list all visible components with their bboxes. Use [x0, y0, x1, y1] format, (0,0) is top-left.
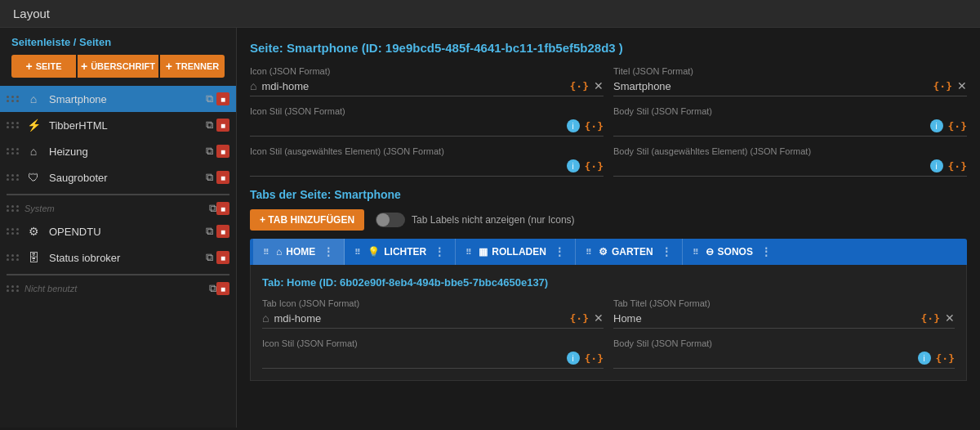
drag-handle-iobroker: [7, 254, 20, 261]
actions-iobroker: ⧉ ■: [206, 251, 229, 264]
actions-smartphone: ⧉ ■: [206, 92, 229, 105]
tab-sonos[interactable]: ⠿ ⊖ SONOS ⋮: [683, 239, 782, 265]
tab-rolladen-more[interactable]: ⋮: [554, 245, 565, 258]
copy-btn-tibber[interactable]: ⧉: [206, 119, 213, 132]
body-stil-sel-code-btn[interactable]: {·}: [948, 160, 967, 172]
icon-clear-btn[interactable]: ✕: [594, 79, 604, 92]
tab-sonos-more[interactable]: ⋮: [760, 245, 772, 258]
toggle-knob: [376, 213, 390, 226]
del-btn-opendtu[interactable]: ■: [216, 225, 229, 238]
icon-stil-code-btn[interactable]: {·}: [585, 120, 604, 132]
plus-icon-ueber: +: [81, 60, 87, 73]
sidebar-item-smartphone[interactable]: ⌂ Smartphone ⧉ ■: [0, 86, 236, 112]
tab-garten-more[interactable]: ⋮: [661, 245, 672, 258]
icon-stil-sel-label: Icon Stil (ausgewähltes Element) (JSON F…: [250, 146, 604, 156]
tab-home-icon: ⌂: [276, 246, 282, 258]
tab-home[interactable]: ⠿ ⌂ HOME ⋮: [253, 239, 345, 265]
body-stil-code-btn[interactable]: {·}: [948, 120, 967, 132]
tab-sonos-icon: ⊖: [706, 246, 714, 258]
tab-icon-value: mdi-home: [274, 312, 564, 325]
sidebar-item-opendtu[interactable]: ⚙ OPENDTU ⧉ ■: [0, 218, 236, 244]
sidebar-item-heizung[interactable]: ⌂ Heizung ⧉ ■: [0, 138, 236, 164]
icon-stil-info-btn[interactable]: i: [567, 119, 580, 132]
separator-2: [7, 274, 229, 275]
body-stil-field: Body Stil (JSON Format) i {·}: [613, 106, 967, 137]
copy-btn-system[interactable]: ⧉: [209, 202, 216, 215]
add-tab-button[interactable]: + TAB HINZUFÜGEN: [250, 209, 364, 231]
del-btn-system[interactable]: ■: [216, 202, 229, 215]
del-btn-heizung[interactable]: ■: [216, 145, 229, 158]
tab-icon-clear-btn[interactable]: ✕: [594, 311, 604, 325]
icon-stil-sel-info-btn[interactable]: i: [567, 159, 580, 172]
tab-lichter[interactable]: ⠿ 💡 LICHTER ⋮: [345, 239, 456, 265]
drag-handle-tibber: [7, 122, 20, 128]
copy-btn-opendtu[interactable]: ⧉: [206, 225, 213, 238]
copy-btn-smartphone[interactable]: ⧉: [206, 92, 213, 105]
copy-btn-saug[interactable]: ⧉: [206, 171, 213, 184]
sidebar-item-iobroker[interactable]: 🗄 Status iobroker ⧉ ■: [0, 244, 236, 271]
body-stil-info-btn[interactable]: i: [930, 119, 943, 132]
body-stil-sel-row: i {·}: [613, 159, 967, 177]
btn-ueberschrift[interactable]: + ÜBERSCHRIFT: [78, 55, 158, 78]
tab-home-more[interactable]: ⋮: [323, 245, 334, 258]
tab-sonos-dots: ⠿: [693, 248, 698, 257]
title-code-btn[interactable]: {·}: [933, 80, 952, 92]
main-content: Seite: Smartphone (ID: 19e9bcd5-485f-464…: [237, 28, 980, 428]
label-tibber: TibberHTML: [49, 119, 206, 132]
sidebar-buttons: + SEITE + ÜBERSCHRIFT + TRENNER: [11, 55, 225, 78]
btn-seite[interactable]: + SEITE: [11, 55, 76, 78]
del-btn-saug[interactable]: ■: [216, 171, 229, 184]
tab-icon-stil-row: i {·}: [262, 352, 604, 369]
icon-stil-sel-code-btn[interactable]: {·}: [585, 160, 604, 172]
tab-icon-row: ⌂ mdi-home {·} ✕: [262, 311, 604, 329]
tab-title-label: Tab Titel (JSON Format): [613, 298, 955, 308]
sidebar-item-saugroboter[interactable]: 🛡 Saugroboter ⧉ ■: [0, 164, 236, 190]
sidebar-item-tibber[interactable]: ⚡ TibberHTML ⧉ ■: [0, 112, 236, 138]
tab-garten[interactable]: ⠿ ⚙ GARTEN ⋮: [576, 239, 683, 265]
del-btn-smartphone[interactable]: ■: [216, 92, 229, 105]
section-unused-label: Nicht benutzt: [24, 284, 209, 293]
del-btn-tibber[interactable]: ■: [216, 119, 229, 132]
title-label: Titel (JSON Format): [613, 66, 967, 76]
label-saug: Saugroboter: [49, 172, 206, 184]
tab-icon-stil-code-btn[interactable]: {·}: [585, 352, 604, 365]
del-btn-unused[interactable]: ■: [216, 282, 229, 295]
plus-icon-trenner: +: [166, 60, 172, 73]
label-opendtu: OPENDTU: [49, 226, 206, 238]
tab-icon-label: Tab Icon (JSON Format): [262, 298, 604, 308]
db-icon-iobroker: 🗄: [24, 249, 42, 267]
title-field-row: Smartphone {·} ✕: [613, 79, 967, 96]
del-btn-iobroker[interactable]: ■: [216, 251, 229, 264]
tab-home-dots: ⠿: [263, 248, 269, 257]
tab-icon-code-btn[interactable]: {·}: [570, 312, 589, 325]
title-field: Titel (JSON Format) Smartphone {·} ✕: [613, 66, 967, 96]
tab-icon-stil-info-btn[interactable]: i: [567, 352, 580, 365]
copy-btn-heizung[interactable]: ⧉: [206, 145, 213, 158]
title-clear-btn[interactable]: ✕: [957, 79, 967, 92]
separator-1: [7, 194, 229, 195]
tab-body-stil-info-btn[interactable]: i: [918, 352, 931, 365]
tab-labels-toggle[interactable]: [376, 213, 405, 227]
tab-rolladen[interactable]: ⠿ ▦ ROLLADEN ⋮: [456, 239, 576, 265]
btn-trenner[interactable]: + TRENNER: [160, 55, 225, 78]
tab-title-clear-btn[interactable]: ✕: [945, 311, 955, 325]
tabs-nav: ⠿ ⌂ HOME ⋮ ⠿ 💡 LICHTER ⋮ ⠿ ▦ ROLLADEN: [250, 239, 967, 265]
copy-btn-unused[interactable]: ⧉: [209, 282, 216, 295]
home-icon-field: ⌂: [250, 79, 256, 92]
page-title: Seite: Smartphone (ID: 19e9bcd5-485f-464…: [250, 41, 967, 55]
toggle-row: Tab Labels nicht anzeigen (nur Icons): [376, 213, 574, 227]
tab-lichter-icon: 💡: [368, 246, 380, 258]
icon-code-btn[interactable]: {·}: [570, 80, 589, 92]
tab-body-stil-code-btn[interactable]: {·}: [936, 352, 955, 365]
tab-lichter-more[interactable]: ⋮: [434, 245, 445, 258]
body-stil-sel-field: Body Stil (ausgewähltes Element) (JSON F…: [613, 146, 967, 177]
body-stil-sel-info-btn[interactable]: i: [930, 159, 943, 172]
body-stil-sel-label: Body Stil (ausgewähltes Element) (JSON F…: [613, 146, 967, 156]
drag-handle-opendtu: [7, 228, 20, 235]
icon-stil-sel-field: Icon Stil (ausgewähltes Element) (JSON F…: [250, 146, 604, 177]
copy-btn-iobroker[interactable]: ⧉: [206, 251, 213, 264]
label-smartphone: Smartphone: [49, 93, 206, 105]
tab-title-code-btn[interactable]: {·}: [921, 312, 940, 325]
header: Layout: [0, 0, 980, 28]
tab-garten-icon: ⚙: [599, 246, 608, 258]
